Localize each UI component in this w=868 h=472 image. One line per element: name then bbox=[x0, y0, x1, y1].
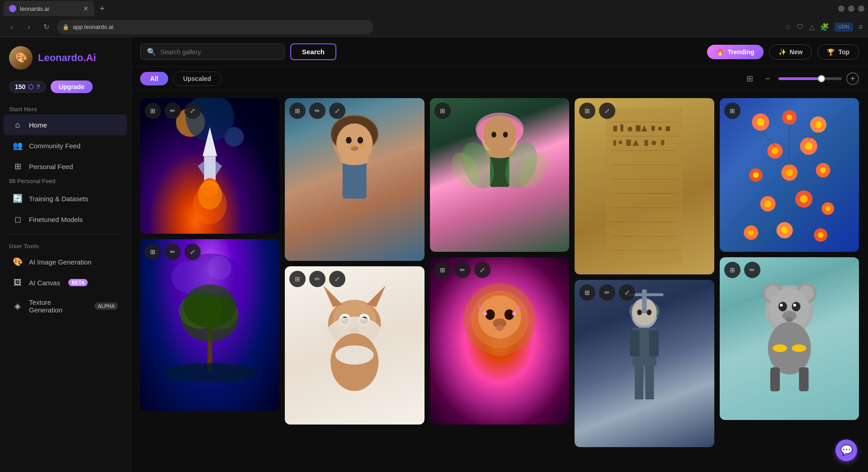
overlay-edit-btn[interactable]: ✏ bbox=[599, 284, 615, 301]
overlay-edit-btn[interactable]: ✏ bbox=[165, 244, 181, 260]
close-btn[interactable]: ✕ bbox=[858, 5, 864, 12]
url-bar[interactable]: 🔒 app.leonardo.ai bbox=[57, 20, 373, 34]
svg-point-126 bbox=[764, 200, 771, 207]
sidebar-item-ai-canvas[interactable]: 🖼 AI Canvas BETA bbox=[4, 272, 127, 293]
start-here-label: Start Here bbox=[0, 102, 131, 114]
overlay-grid-btn[interactable]: ⊞ bbox=[724, 103, 741, 119]
overlay-expand-btn[interactable]: ⤢ bbox=[184, 244, 201, 260]
back-btn[interactable]: ‹ bbox=[5, 21, 18, 33]
overlay-expand-btn[interactable]: ⤢ bbox=[329, 271, 345, 287]
svg-rect-4 bbox=[204, 156, 216, 181]
overlay-grid-btn[interactable]: ⊞ bbox=[434, 262, 451, 278]
svg-point-122 bbox=[786, 169, 793, 176]
search-input[interactable] bbox=[160, 48, 278, 56]
ai-canvas-icon: 🖼 bbox=[13, 278, 23, 288]
sidebar-item-home[interactable]: ⌂ Home bbox=[4, 114, 127, 135]
new-filter-btn[interactable]: ✨ New bbox=[769, 44, 812, 60]
search-button[interactable]: Search bbox=[290, 43, 336, 60]
grid-view-btn[interactable]: ⊞ bbox=[742, 71, 757, 86]
profile-icon[interactable]: △ bbox=[809, 23, 815, 31]
bookmark-icon[interactable]: ☆ bbox=[785, 23, 791, 31]
credits-help-btn[interactable]: ? bbox=[36, 83, 40, 90]
extensions-icon[interactable]: 🧩 bbox=[820, 23, 829, 31]
gallery-item-overlay: ⊞ ⤢ bbox=[575, 98, 714, 123]
zoom-slider[interactable] bbox=[778, 77, 842, 80]
overlay-expand-btn[interactable]: ⤢ bbox=[599, 103, 615, 119]
minimize-btn[interactable]: _ bbox=[838, 5, 844, 12]
overlay-grid-btn[interactable]: ⊞ bbox=[145, 244, 161, 260]
svg-point-30 bbox=[340, 156, 369, 165]
overlay-grid-btn[interactable]: ⊞ bbox=[724, 262, 741, 278]
overlay-edit-btn[interactable]: ✏ bbox=[165, 103, 181, 119]
overlay-expand-btn[interactable]: ⤢ bbox=[184, 103, 201, 119]
zoom-out-btn[interactable]: − bbox=[761, 72, 774, 85]
gallery-item[interactable]: ⊞ bbox=[430, 98, 569, 252]
main-content: 🔍 Search 🔥 Trending ✨ New 🏆 Top All Upsc… bbox=[131, 37, 868, 472]
overlay-expand-btn[interactable]: ⤢ bbox=[474, 262, 491, 278]
overlay-edit-btn[interactable]: ✏ bbox=[454, 262, 471, 278]
svg-point-66 bbox=[496, 325, 504, 331]
finetuned-icon: ◻ bbox=[13, 214, 23, 224]
tab-upscaled[interactable]: Upscaled bbox=[173, 71, 222, 86]
new-label: New bbox=[790, 48, 803, 56]
tab-all[interactable]: All bbox=[140, 72, 168, 85]
trending-filter-btn[interactable]: 🔥 Trending bbox=[707, 45, 763, 59]
overlay-grid-btn[interactable]: ⊞ bbox=[579, 284, 595, 301]
overlay-edit-btn[interactable]: ✏ bbox=[309, 271, 326, 287]
svg-point-147 bbox=[792, 302, 800, 311]
search-box[interactable]: 🔍 bbox=[140, 43, 285, 60]
sidebar-item-community-feed[interactable]: 👥 Community Feed bbox=[4, 135, 127, 156]
sub-toolbar: All Upscaled ⊞ − + bbox=[131, 67, 868, 91]
svg-point-148 bbox=[780, 304, 783, 307]
gallery-item[interactable]: ⊞ ✏ ⤢ bbox=[575, 280, 714, 447]
svg-point-69 bbox=[478, 306, 483, 309]
svg-point-88 bbox=[658, 127, 662, 130]
upgrade-button[interactable]: Upgrade bbox=[51, 80, 93, 93]
gallery-item[interactable]: ⊞ ✏ ⤢ bbox=[285, 98, 424, 261]
overlay-grid-btn[interactable]: ⊞ bbox=[579, 103, 595, 119]
reload-btn[interactable]: ↻ bbox=[40, 21, 52, 33]
vpn-badge[interactable]: VPN bbox=[835, 23, 853, 32]
tab-close-btn[interactable]: ✕ bbox=[83, 5, 89, 12]
svg-point-149 bbox=[793, 304, 796, 307]
chat-fab[interactable]: 💬 bbox=[835, 439, 857, 461]
forward-btn[interactable]: › bbox=[23, 21, 35, 33]
svg-rect-105 bbox=[635, 366, 643, 399]
sidebar-item-finetuned[interactable]: ◻ Finetuned Models bbox=[4, 209, 127, 230]
gallery-item[interactable]: ⊞ bbox=[720, 98, 859, 252]
sidebar-item-training[interactable]: 🔄 Training & Datasets bbox=[4, 188, 127, 209]
svg-point-136 bbox=[817, 232, 823, 238]
tab-bar: leonardo.ai ✕ + _ □ ✕ bbox=[0, 0, 868, 17]
gallery-item[interactable]: ⊞ ✏ bbox=[720, 257, 859, 420]
gallery-item[interactable]: ⊞ ✏ ⤢ bbox=[140, 98, 279, 234]
shield-icon[interactable]: 🛡 bbox=[797, 23, 804, 31]
top-filter-btn[interactable]: 🏆 Top bbox=[817, 44, 859, 60]
svg-point-70 bbox=[516, 306, 521, 309]
gallery-item-overlay: ⊞ ✏ ⤢ bbox=[140, 239, 279, 264]
overlay-edit-btn[interactable]: ✏ bbox=[309, 103, 326, 119]
svg-point-101 bbox=[647, 310, 652, 316]
overlay-edit-btn[interactable]: ✏ bbox=[744, 262, 760, 278]
overlay-grid-btn[interactable]: ⊞ bbox=[145, 103, 161, 119]
svg-point-95 bbox=[651, 141, 656, 146]
svg-point-21 bbox=[222, 377, 246, 383]
zoom-in-btn[interactable]: + bbox=[846, 72, 859, 85]
maximize-btn[interactable]: □ bbox=[848, 5, 854, 12]
gallery-item[interactable]: ⊞ ✏ ⤢ bbox=[140, 239, 279, 411]
gallery-item[interactable]: ⊞ ⤢ bbox=[575, 98, 714, 274]
sidebar-item-personal-feed[interactable]: ⊞ Personal Feed bbox=[4, 156, 127, 177]
overlay-expand-btn[interactable]: ⤢ bbox=[619, 284, 635, 301]
overlay-grid-btn[interactable]: ⊞ bbox=[289, 271, 306, 287]
new-icon: ✨ bbox=[778, 48, 786, 56]
menu-icon[interactable]: ≡ bbox=[859, 23, 863, 31]
overlay-grid-btn[interactable]: ⊞ bbox=[289, 103, 306, 119]
sidebar-item-texture[interactable]: ◈ Texture Generation ALPHA bbox=[4, 293, 127, 319]
gallery-item[interactable]: ⊞ ✏ ⤢ bbox=[430, 257, 569, 425]
overlay-grid-btn[interactable]: ⊞ bbox=[434, 103, 451, 119]
new-tab-btn[interactable]: + bbox=[96, 2, 108, 15]
overlay-expand-btn[interactable]: ⤢ bbox=[329, 103, 345, 119]
top-label: Top bbox=[838, 48, 849, 56]
sidebar-item-ai-image[interactable]: 🎨 AI Image Generation bbox=[4, 251, 127, 272]
gallery-item[interactable]: ⊞ ✏ ⤢ bbox=[285, 266, 424, 425]
active-tab[interactable]: leonardo.ai ✕ bbox=[4, 1, 94, 16]
